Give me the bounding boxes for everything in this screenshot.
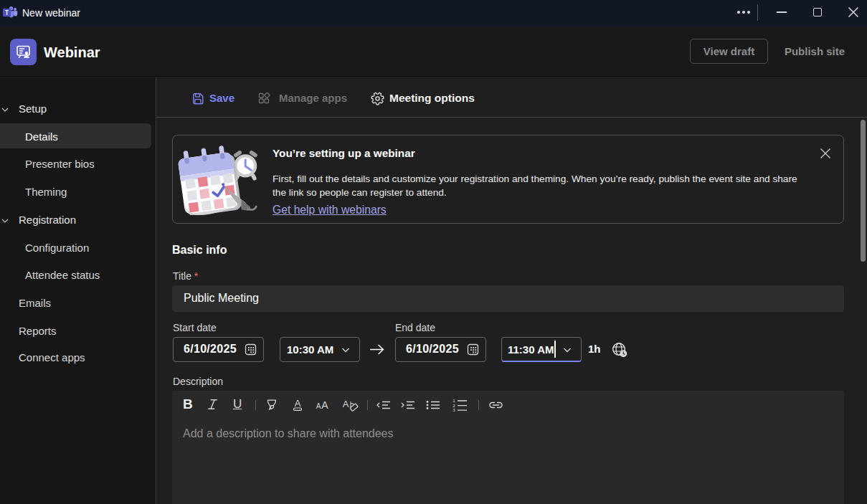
svg-text:A: A [295, 398, 301, 409]
svg-text:A: A [321, 399, 328, 411]
svg-text:A: A [343, 399, 349, 409]
svg-text:A: A [316, 402, 321, 410]
svg-text:3: 3 [453, 407, 455, 412]
